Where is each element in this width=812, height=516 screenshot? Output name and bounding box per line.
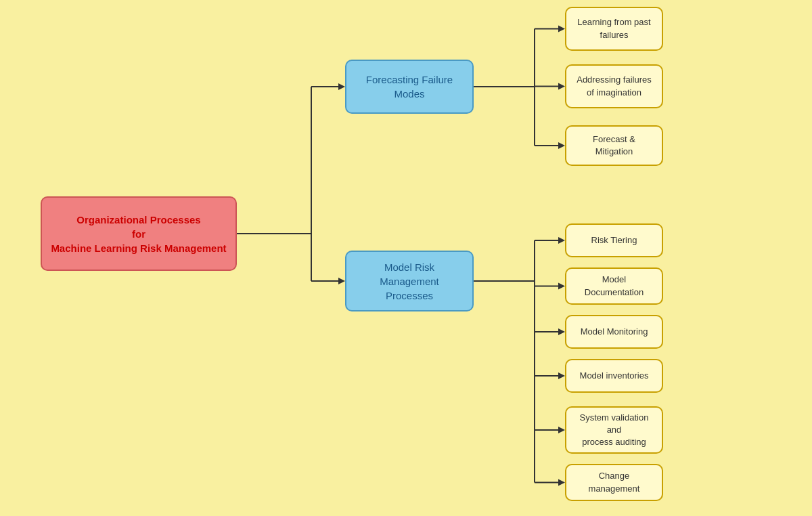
leaf-forecast-mitigation: Forecast & Mitigation — [565, 125, 663, 166]
leaf-model-documentation: Model Documentation — [565, 267, 663, 305]
leaf-failures-imagination: Addressing failures of imagination — [565, 64, 663, 108]
mid2-label: Model Risk Management Processes — [380, 260, 439, 303]
svg-marker-25 — [558, 427, 565, 433]
leaf-risk-tiering: Risk Tiering — [565, 223, 663, 257]
svg-marker-3 — [338, 83, 345, 90]
leaf-model-monitoring: Model Monitoring — [565, 315, 663, 349]
svg-marker-19 — [558, 283, 565, 290]
leaf-system-validation: System validation and process auditing — [565, 406, 663, 454]
leaf-model-inventories: Model inventories — [565, 359, 663, 393]
diagram-container: Organizational Processes for Machine Lea… — [0, 0, 812, 516]
leaf-past-failures: Learning from past failures — [565, 7, 663, 51]
mid1-label: Forecasting Failure Modes — [366, 72, 453, 101]
svg-marker-21 — [558, 328, 565, 335]
svg-marker-9 — [558, 26, 565, 33]
svg-marker-11 — [558, 83, 565, 90]
svg-marker-23 — [558, 372, 565, 379]
leaf-change-management: Change management — [565, 464, 663, 501]
mid-node-model-risk: Model Risk Management Processes — [345, 251, 474, 311]
mid-node-forecasting: Forecasting Failure Modes — [345, 60, 474, 114]
svg-marker-17 — [558, 237, 565, 244]
root-node: Organizational Processes for Machine Lea… — [41, 196, 237, 271]
svg-marker-5 — [338, 278, 345, 284]
root-label: Organizational Processes for Machine Lea… — [51, 213, 226, 255]
svg-marker-27 — [558, 479, 565, 486]
svg-marker-13 — [558, 142, 565, 149]
